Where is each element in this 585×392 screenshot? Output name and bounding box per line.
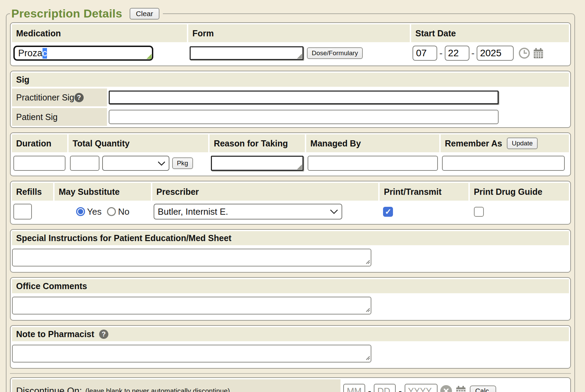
prescriber-selected-value: Butler, Internist E. <box>158 206 228 217</box>
details-header-row: Duration Total Quantity Reason for Takin… <box>12 134 569 152</box>
chevron-down-icon <box>158 158 165 169</box>
duration-column-header: Duration <box>12 134 67 152</box>
discontinue-label: Discontinue On: <box>16 386 82 392</box>
medication-column-header: Medication <box>12 24 187 42</box>
note-to-pharmacist-help-icon[interactable]: ? <box>99 330 108 339</box>
managed-by-input[interactable] <box>308 156 438 171</box>
sig-box: Sig Practitioner Sig? Patient Sig <box>10 71 571 128</box>
substitute-no-radio[interactable]: No <box>107 206 129 217</box>
practitioner-sig-input[interactable] <box>109 91 499 104</box>
form-input[interactable] <box>190 46 303 60</box>
substitute-no-label: No <box>118 206 129 217</box>
calendar-icon[interactable] <box>532 47 545 59</box>
reason-for-taking-input[interactable] <box>211 156 303 171</box>
special-instructions-header: Special Instructions for Patient Educati… <box>12 231 569 245</box>
form-resize-grip-icon <box>297 54 302 59</box>
clear-date-icon[interactable] <box>440 385 452 392</box>
special-instructions-textarea[interactable] <box>12 249 371 266</box>
medication-box: Medication Form Start Date Prozac Dose/F… <box>10 22 571 66</box>
dose-formulary-button[interactable]: Dose/Formulary <box>307 47 363 59</box>
refills-box: Refills May Substitute Prescriber Print/… <box>10 181 571 225</box>
remember-as-input[interactable] <box>442 156 565 171</box>
patient-sig-label-cell: Patient Sig <box>12 108 107 126</box>
discontinue-month-input[interactable] <box>343 384 365 392</box>
discontinue-box: Discontinue On: (leave blank to never au… <box>10 377 571 392</box>
total-quantity-column-header: Total Quantity <box>69 134 208 152</box>
discontinue-note: (leave blank to never automatically disc… <box>85 387 230 392</box>
discontinue-day-input[interactable] <box>374 384 396 392</box>
details-content-row: Pkg <box>12 152 569 174</box>
medication-content-row: Prozac Dose/Formulary - - <box>12 42 569 64</box>
patient-sig-input[interactable] <box>109 110 499 124</box>
note-to-pharmacist-label: Note to Pharmacist <box>16 329 94 339</box>
sig-header: Sig <box>12 73 569 87</box>
medication-typed-text: Proza <box>18 48 43 59</box>
remember-as-column-header: Remember As Update <box>441 134 569 152</box>
substitute-yes-radio[interactable]: Yes <box>76 206 102 217</box>
date-separator: - <box>471 48 475 59</box>
print-drug-guide-checkbox[interactable] <box>474 207 484 217</box>
quantity-unit-select[interactable] <box>102 156 169 171</box>
refills-column-header: Refills <box>12 183 53 201</box>
print-transmit-column-header: Print/Transmit <box>380 183 468 201</box>
prescription-details-panel: Prescription Details Clear Medication Fo… <box>6 7 575 392</box>
clear-button[interactable]: Clear <box>130 8 159 20</box>
section-divider <box>10 373 571 374</box>
print-transmit-checkbox[interactable] <box>383 207 393 217</box>
discontinue-year-input[interactable] <box>405 384 438 392</box>
calc-button[interactable]: Calc. <box>470 385 497 392</box>
substitute-yes-label: Yes <box>87 206 102 217</box>
special-instructions-box: Special Instructions for Patient Educati… <box>10 229 571 273</box>
managed-by-column-header: Managed By <box>306 134 439 152</box>
practitioner-sig-label: Practitioner Sig <box>16 93 74 103</box>
form-column-header: Form <box>188 24 410 42</box>
reason-resize-grip-icon <box>297 164 302 169</box>
practitioner-sig-help-icon[interactable]: ? <box>74 93 84 102</box>
start-date-column-header: Start Date <box>411 24 569 42</box>
date-separator: - <box>439 48 442 59</box>
start-date-month-input[interactable] <box>413 46 437 61</box>
details-box: Duration Total Quantity Reason for Takin… <box>10 132 571 176</box>
calendar-icon[interactable] <box>455 385 467 392</box>
refills-content-row: Yes No Butler, Internist E. <box>12 201 569 223</box>
duration-input[interactable] <box>13 156 65 171</box>
note-to-pharmacist-header: Note to Pharmacist ? <box>12 327 569 341</box>
quantity-input[interactable] <box>70 156 99 171</box>
refills-header-row: Refills May Substitute Prescriber Print/… <box>12 183 569 201</box>
date-separator: - <box>368 385 371 392</box>
pkg-button[interactable]: Pkg <box>172 157 193 169</box>
practitioner-sig-label-cell: Practitioner Sig? <box>12 88 107 106</box>
start-date-year-input[interactable] <box>477 46 514 61</box>
discontinue-label-cell: Discontinue On: (leave blank to never au… <box>12 379 341 392</box>
office-comments-box: Office Comments <box>10 277 571 321</box>
chevron-down-icon <box>330 206 338 217</box>
page-title: Prescription Details <box>11 7 122 20</box>
medication-resize-grip-icon <box>146 54 152 59</box>
radio-unselected-icon <box>107 207 116 216</box>
may-substitute-column-header: May Substitute <box>55 183 151 201</box>
date-separator: - <box>398 385 402 392</box>
prescriber-column-header: Prescriber <box>152 183 378 201</box>
office-comments-header: Office Comments <box>12 279 569 293</box>
prescriber-select[interactable]: Butler, Internist E. <box>154 204 342 219</box>
update-button[interactable]: Update <box>507 138 537 149</box>
note-to-pharmacist-textarea[interactable] <box>12 345 371 363</box>
print-drug-guide-column-header: Print Drug Guide <box>470 183 569 201</box>
panel-legend: Prescription Details Clear <box>10 7 163 20</box>
refills-input[interactable] <box>13 204 32 219</box>
start-date-day-input[interactable] <box>445 46 469 61</box>
remember-as-label: Remember As <box>445 139 502 149</box>
patient-sig-label: Patient Sig <box>16 112 58 122</box>
medication-header-row: Medication Form Start Date <box>12 24 569 42</box>
office-comments-textarea[interactable] <box>12 297 371 314</box>
medication-selected-text: c <box>43 48 47 59</box>
clock-icon[interactable] <box>518 47 530 59</box>
note-to-pharmacist-box: Note to Pharmacist ? <box>10 325 571 369</box>
medication-input[interactable]: Prozac <box>13 46 153 61</box>
radio-selected-icon <box>76 207 85 216</box>
reason-column-header: Reason for Taking <box>210 134 305 152</box>
